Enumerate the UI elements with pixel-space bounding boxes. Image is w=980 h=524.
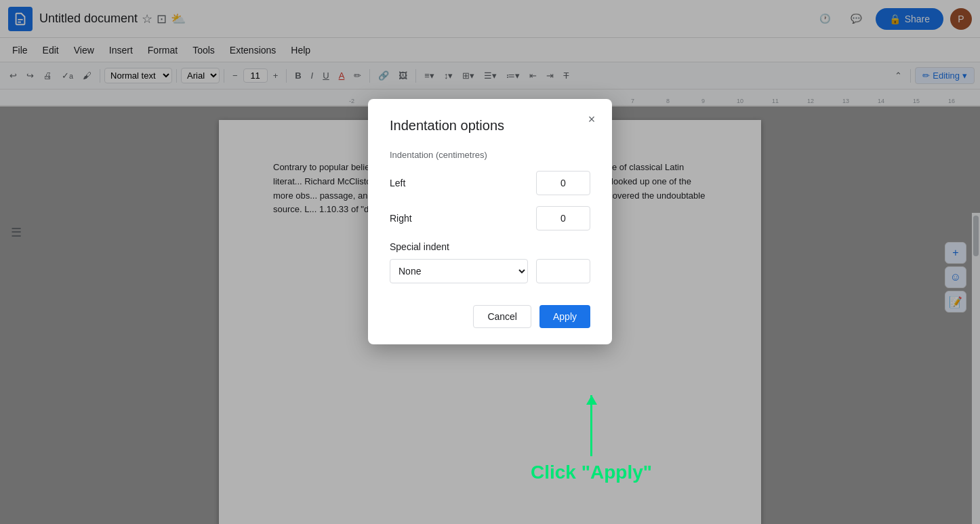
special-indent-section: Special indent None First line Hanging — [390, 241, 590, 283]
apply-button[interactable]: Apply — [539, 305, 590, 328]
special-indent-select[interactable]: None First line Hanging — [390, 259, 528, 283]
annotation-arrowhead — [586, 395, 597, 405]
special-indent-label: Special indent — [390, 241, 590, 252]
right-indent-row: Right — [390, 206, 590, 230]
dialog-actions: Cancel Apply — [390, 305, 590, 328]
cancel-button[interactable]: Cancel — [473, 305, 531, 328]
indentation-label-text: Indentation — [390, 150, 433, 160]
right-indent-input[interactable] — [536, 206, 590, 230]
indentation-unit: (centimetres) — [436, 150, 487, 160]
annotation-text: Click "Apply" — [531, 462, 652, 483]
annotation: Click "Apply" — [531, 395, 652, 483]
dialog-title: Indentation options — [390, 118, 590, 134]
left-indent-input[interactable] — [536, 171, 590, 195]
special-indent-value-input[interactable] — [536, 259, 590, 283]
dialog-close-button[interactable]: × — [582, 110, 601, 129]
special-indent-row: None First line Hanging — [390, 259, 590, 283]
indentation-label: Indentation (centimetres) — [390, 150, 590, 160]
right-indent-label: Right — [390, 213, 412, 224]
indentation-dialog: Indentation options × Indentation (centi… — [368, 99, 612, 344]
modal-overlay: Indentation options × Indentation (centi… — [0, 0, 980, 524]
left-indent-row: Left — [390, 171, 590, 195]
left-indent-label: Left — [390, 178, 405, 188]
annotation-arrow-line — [590, 395, 592, 456]
